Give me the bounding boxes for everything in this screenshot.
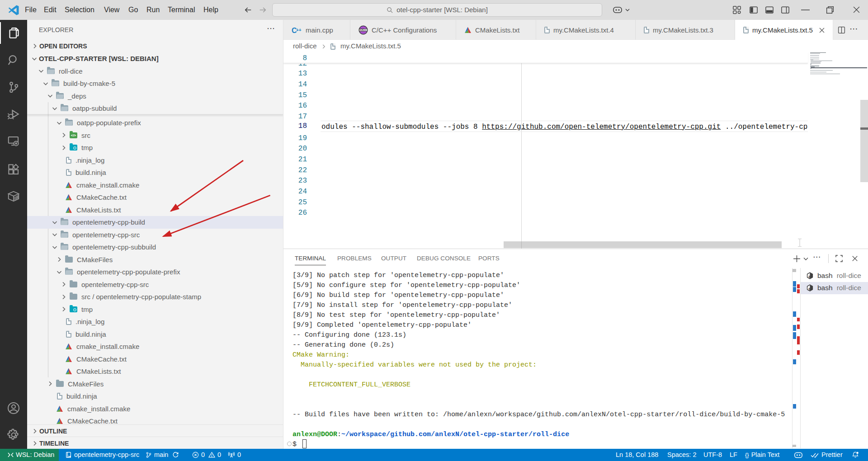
svg-text:$: $ (808, 275, 811, 278)
svg-text:++: ++ (296, 28, 302, 33)
svg-text:C/C++: C/C++ (360, 29, 367, 31)
svg-text:$: $ (808, 287, 811, 291)
